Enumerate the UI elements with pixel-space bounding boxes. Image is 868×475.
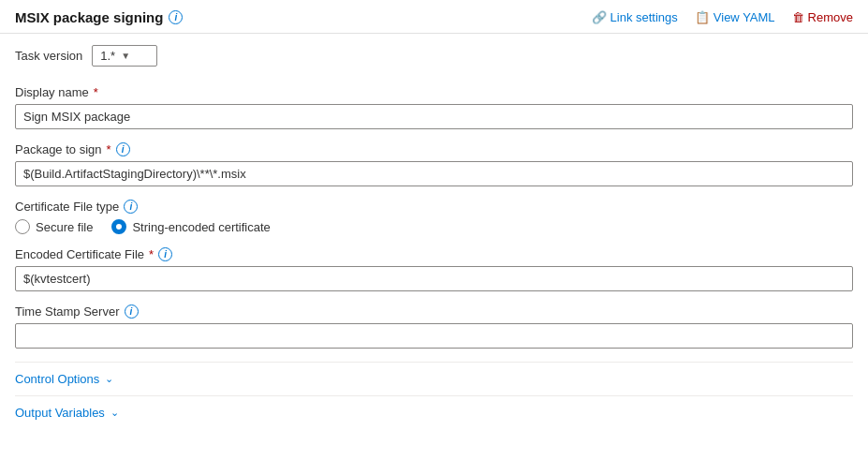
trash-icon: 🗑 bbox=[792, 10, 804, 24]
time-stamp-input[interactable] bbox=[15, 323, 853, 349]
string-encoded-radio[interactable]: String-encoded certificate bbox=[111, 219, 270, 234]
encoded-cert-input[interactable] bbox=[15, 266, 853, 291]
certificate-radio-group: Secure file String-encoded certificate bbox=[15, 219, 853, 234]
version-chevron-icon: ▼ bbox=[121, 51, 130, 61]
control-options-label: Control Options bbox=[15, 372, 99, 386]
package-to-sign-label: Package to sign * i bbox=[15, 142, 853, 156]
certificate-file-type-field: Certificate File type i Secure file Stri… bbox=[15, 200, 853, 234]
control-options-section[interactable]: Control Options ⌄ bbox=[15, 362, 853, 395]
task-content: Task version 1.* ▼ Display name * Packag… bbox=[0, 34, 868, 444]
package-to-sign-field: Package to sign * i bbox=[15, 142, 853, 186]
title-info-icon[interactable]: i bbox=[169, 10, 183, 24]
remove-label: Remove bbox=[808, 10, 853, 24]
package-info-icon[interactable]: i bbox=[116, 142, 130, 156]
view-yaml-label: View YAML bbox=[714, 10, 775, 24]
time-stamp-info-icon[interactable]: i bbox=[125, 304, 139, 319]
encoded-cert-field: Encoded Certificate File * i bbox=[15, 247, 853, 291]
task-version-select[interactable]: 1.* ▼ bbox=[92, 45, 157, 67]
display-name-label: Display name * bbox=[15, 85, 853, 99]
output-variables-label: Output Variables bbox=[15, 406, 105, 420]
cert-type-info-icon[interactable]: i bbox=[124, 200, 138, 214]
header-actions: 🔗 Link settings 📋 View YAML 🗑 Remove bbox=[592, 10, 853, 24]
task-version-row: Task version 1.* ▼ bbox=[15, 45, 853, 67]
remove-button[interactable]: 🗑 Remove bbox=[792, 10, 853, 24]
link-settings-button[interactable]: 🔗 Link settings bbox=[592, 10, 678, 24]
view-yaml-button[interactable]: 📋 View YAML bbox=[695, 10, 775, 24]
link-settings-label: Link settings bbox=[611, 10, 678, 24]
header-left: MSIX package signing i bbox=[15, 9, 183, 25]
task-version-label: Task version bbox=[15, 49, 82, 63]
time-stamp-label: Time Stamp Server i bbox=[15, 304, 853, 319]
certificate-file-type-label: Certificate File type i bbox=[15, 200, 853, 214]
output-variables-section[interactable]: Output Variables ⌄ bbox=[15, 395, 853, 429]
encoded-cert-info-icon[interactable]: i bbox=[158, 247, 172, 261]
encoded-cert-label: Encoded Certificate File * i bbox=[15, 247, 853, 261]
package-to-sign-input[interactable] bbox=[15, 161, 853, 186]
secure-file-radio-circle bbox=[15, 219, 30, 234]
display-name-field: Display name * bbox=[15, 85, 853, 129]
task-title: MSIX package signing bbox=[15, 9, 163, 25]
link-icon: 🔗 bbox=[592, 10, 607, 24]
control-options-chevron-icon: ⌄ bbox=[105, 373, 113, 385]
task-version-value: 1.* bbox=[100, 49, 115, 63]
display-name-required: * bbox=[94, 85, 98, 99]
time-stamp-field: Time Stamp Server i bbox=[15, 304, 853, 349]
task-header: MSIX package signing i 🔗 Link settings 📋… bbox=[0, 0, 868, 34]
string-encoded-radio-circle bbox=[111, 219, 126, 234]
display-name-input[interactable] bbox=[15, 104, 853, 129]
secure-file-radio[interactable]: Secure file bbox=[15, 219, 93, 234]
string-encoded-label: String-encoded certificate bbox=[132, 220, 270, 234]
encoded-cert-required: * bbox=[149, 247, 154, 261]
output-variables-chevron-icon: ⌄ bbox=[110, 407, 119, 419]
package-required: * bbox=[107, 142, 111, 156]
secure-file-label: Secure file bbox=[36, 220, 93, 234]
yaml-icon: 📋 bbox=[695, 10, 710, 24]
